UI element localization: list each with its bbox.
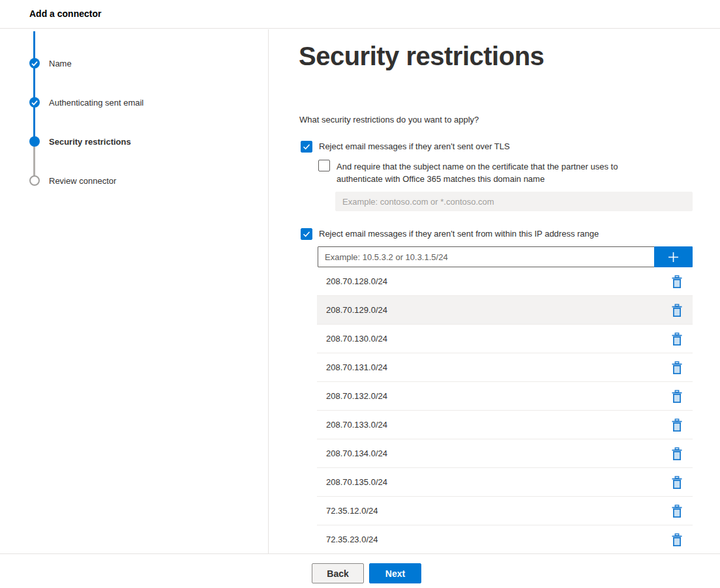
delete-ip-button[interactable] [672,275,682,288]
plus-icon [668,252,679,263]
certificate-checkbox-row: And require that the subject name on the… [318,160,644,185]
ip-range-value: 208.70.131.0/24 [326,362,387,372]
step-connector-upcoming [33,141,35,181]
next-button[interactable]: Next [369,563,421,583]
step-label: Security restrictions [49,137,131,147]
trash-icon [672,419,682,432]
delete-ip-button[interactable] [672,361,682,374]
step-state-icon [29,58,40,68]
ip-checkbox[interactable] [301,228,312,240]
ip-range-value: 208.70.133.0/24 [326,420,387,430]
ip-range-row: 208.70.134.0/24 [317,439,693,468]
trash-icon [672,361,682,374]
delete-ip-button[interactable] [672,533,682,546]
tls-checkbox-row: Reject email messages if they aren't sen… [301,141,510,153]
step-state-icon [29,136,40,147]
ip-range-row: 208.70.128.0/24 [317,267,693,296]
certificate-checkbox[interactable] [318,160,330,171]
wizard-header: Add a connector [0,0,720,29]
step-connector-complete [33,31,35,141]
checkmark-icon [303,231,310,237]
checkmark-icon [31,100,38,106]
ip-range-value: 208.70.130.0/24 [326,334,387,344]
delete-ip-button[interactable] [672,505,682,518]
ip-range-value: 208.70.132.0/24 [326,391,387,401]
ip-range-row: 208.70.133.0/24 [317,411,693,439]
checkmark-icon [303,143,310,150]
footer-divider [0,553,720,554]
delete-ip-button[interactable] [672,332,682,345]
trash-icon [672,505,682,518]
domain-input[interactable] [335,192,693,211]
ip-range-value: 208.70.129.0/24 [326,305,387,315]
trash-icon [672,476,682,489]
trash-icon [672,447,682,460]
step-label: Authenticating sent email [49,98,143,108]
ip-range-row: 208.70.135.0/24 [317,468,693,497]
trash-icon [672,275,682,288]
delete-ip-button[interactable] [672,419,682,432]
back-button[interactable]: Back [312,563,364,583]
tls-checkbox[interactable] [301,141,312,153]
ip-checkbox-label[interactable]: Reject email messages if they aren't sen… [319,228,599,240]
wizard-step-security-restrictions[interactable]: Security restrictions [29,136,131,147]
ip-range-input[interactable] [318,246,655,267]
trash-icon [672,304,682,317]
trash-icon [672,533,682,546]
step-label: Name [49,59,72,68]
page-title: Add a connector [29,8,101,19]
ip-range-list: 208.70.128.0/24 208.70.129.0/24 208.70.1… [317,267,693,554]
delete-ip-button[interactable] [672,390,682,403]
ip-range-value: 208.70.134.0/24 [326,448,387,458]
wizard-step-name[interactable]: Name [29,58,72,68]
delete-ip-button[interactable] [672,476,682,489]
wizard-steps: Name Authenticating sent email Security … [0,29,269,553]
tls-checkbox-label[interactable]: Reject email messages if they aren't sen… [319,141,510,153]
add-ip-button[interactable] [654,246,693,267]
step-state-icon [29,175,40,186]
trash-icon [672,390,682,403]
ip-range-value: 72.35.23.0/24 [326,535,378,544]
wizard-step-authenticating-sent-email[interactable]: Authenticating sent email [29,97,143,108]
wizard-step-review-connector[interactable]: Review connector [29,175,116,186]
ip-range-value: 208.70.128.0/24 [326,276,387,286]
delete-ip-button[interactable] [672,304,682,317]
ip-checkbox-row: Reject email messages if they aren't sen… [301,228,599,240]
trash-icon [672,332,682,345]
page-heading: Security restrictions [299,38,544,74]
ip-range-row: 72.35.23.0/24 [317,525,693,554]
step-state-icon [29,97,40,108]
ip-range-value: 208.70.135.0/24 [326,477,387,487]
checkmark-icon [31,61,38,66]
ip-range-value: 72.35.12.0/24 [326,506,378,516]
question-text: What security restrictions do you want t… [299,115,479,125]
step-label: Review connector [49,176,116,186]
ip-range-row: 208.70.131.0/24 [317,353,693,382]
ip-range-row: 208.70.130.0/24 [317,325,693,353]
delete-ip-button[interactable] [672,447,682,460]
ip-range-row: 208.70.129.0/24 [317,296,693,325]
ip-range-row: 208.70.132.0/24 [317,382,693,411]
certificate-checkbox-label[interactable]: And require that the subject name on the… [337,160,644,185]
ip-range-row: 72.35.12.0/24 [317,497,693,525]
